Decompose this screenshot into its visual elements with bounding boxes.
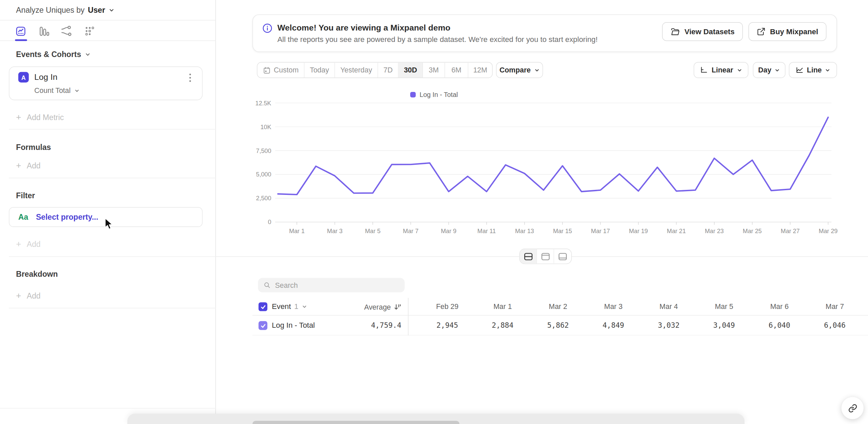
app-root: Analyze Uniques by User xyxy=(0,0,868,424)
range-today[interactable]: Today xyxy=(305,63,335,78)
svg-text:Mar 21: Mar 21 xyxy=(667,228,686,235)
horizontal-scrollbar-thumb[interactable] xyxy=(253,421,460,424)
svg-text:Mar 13: Mar 13 xyxy=(515,228,534,235)
layout-bottom-view-icon[interactable] xyxy=(554,249,571,264)
chevron-down-icon xyxy=(737,67,742,73)
chart-type-button[interactable]: Line xyxy=(789,62,837,78)
buy-mixpanel-button[interactable]: Buy Mixpanel xyxy=(748,22,827,41)
svg-text:Mar 27: Mar 27 xyxy=(781,228,800,235)
scale-button[interactable]: Linear xyxy=(693,62,748,78)
svg-text:Mar 3: Mar 3 xyxy=(327,228,342,235)
external-link-icon xyxy=(757,27,765,36)
range-12m[interactable]: 12M xyxy=(468,63,492,78)
add-filter-button[interactable]: + Add xyxy=(16,239,40,249)
range-30d[interactable]: 30D xyxy=(398,63,423,78)
svg-text:Mar 5: Mar 5 xyxy=(365,228,380,235)
tab-retention[interactable] xyxy=(83,25,97,38)
event-letter-badge: A xyxy=(18,72,29,83)
date-column-header: Mar 1 xyxy=(475,302,530,311)
range-3m[interactable]: 3M xyxy=(423,63,445,78)
event-card-log-in[interactable]: A Log In Count Total xyxy=(9,66,203,100)
chevron-down-icon xyxy=(302,304,308,309)
sidebar: Analyze Uniques by User xyxy=(0,0,216,424)
select-property-link: Select property... xyxy=(36,213,98,221)
range-7d[interactable]: 7D xyxy=(378,63,398,78)
compare-button[interactable]: Compare xyxy=(496,62,543,78)
tab-flows[interactable] xyxy=(60,25,73,38)
analyze-header: Analyze Uniques by User xyxy=(0,0,215,21)
tab-funnels[interactable] xyxy=(37,25,51,38)
filter-select-property[interactable]: Aa Select property... xyxy=(9,207,203,227)
info-icon xyxy=(262,23,272,33)
divider xyxy=(9,129,216,130)
select-all-checkbox[interactable] xyxy=(258,302,267,311)
filter-heading: Filter xyxy=(16,191,35,200)
event-title: Log In xyxy=(34,72,57,82)
funnels-bars-icon xyxy=(38,25,50,37)
range-custom[interactable]: Custom xyxy=(257,63,304,78)
svg-text:Mar 19: Mar 19 xyxy=(629,228,648,235)
search-input[interactable] xyxy=(275,281,399,290)
date-cell-value: 4,849 xyxy=(586,321,641,329)
frozen-column-divider xyxy=(408,298,408,335)
svg-text:12.5K: 12.5K xyxy=(255,100,271,107)
layout-top-view-icon[interactable] xyxy=(537,249,554,264)
table-search xyxy=(258,278,404,293)
view-datasets-button[interactable]: View Datasets xyxy=(662,22,743,41)
range-yesterday[interactable]: Yesterday xyxy=(335,63,378,78)
svg-text:5,000: 5,000 xyxy=(256,172,271,178)
range-6m[interactable]: 6M xyxy=(445,63,468,78)
row-series-name: Log In - Total xyxy=(272,321,315,329)
sort-descending-icon xyxy=(394,303,401,310)
svg-text:2,500: 2,500 xyxy=(256,195,271,202)
svg-text:Mar 23: Mar 23 xyxy=(705,228,723,235)
event-column-header[interactable]: Event 1 xyxy=(272,302,307,311)
interval-button[interactable]: Day xyxy=(753,62,785,78)
date-cell-value: 5,862 xyxy=(530,321,586,329)
analyze-label: Analyze Uniques by xyxy=(16,6,85,14)
line-chart: 02,5005,0007,50010K12.5KMar 1Mar 3Mar 5M… xyxy=(244,83,868,244)
kebab-menu-icon[interactable] xyxy=(185,72,194,83)
date-cell-value: 2,945 xyxy=(420,321,475,329)
date-column-header: Feb 29 xyxy=(420,302,475,311)
calendar-icon xyxy=(262,66,270,74)
svg-text:10K: 10K xyxy=(260,124,271,130)
event-metric-dropdown[interactable]: Count Total xyxy=(34,86,80,95)
svg-text:Mar 1: Mar 1 xyxy=(289,228,305,235)
events-cohorts-heading[interactable]: Events & Cohorts xyxy=(16,50,91,59)
analyze-entity-dropdown[interactable]: User xyxy=(88,6,105,14)
svg-text:7,500: 7,500 xyxy=(256,148,271,154)
date-row-values: 2,9452,8845,8624,8493,0323,0496,0406,046 xyxy=(420,316,862,335)
add-breakdown-button[interactable]: + Add xyxy=(16,291,40,301)
date-cell-value: 2,884 xyxy=(475,321,530,329)
active-tab-underline xyxy=(15,39,27,41)
date-cell-value: 3,032 xyxy=(641,321,696,329)
svg-text:Mar 25: Mar 25 xyxy=(743,228,762,235)
banner-subtitle: All the reports you see are powered by a… xyxy=(277,35,598,44)
copy-link-button[interactable] xyxy=(841,397,864,419)
svg-text:Mar 7: Mar 7 xyxy=(403,228,418,235)
layout-split-view-icon[interactable] xyxy=(520,249,537,264)
date-column-header: Mar 3 xyxy=(586,302,641,311)
add-formula-button[interactable]: + Add xyxy=(16,161,40,171)
divider xyxy=(9,308,216,309)
chevron-down-icon xyxy=(825,67,831,73)
search-icon xyxy=(264,281,271,289)
row-average-value: 4,759.4 xyxy=(327,321,401,329)
folder-icon xyxy=(671,27,680,36)
row-checkbox[interactable] xyxy=(258,321,267,330)
table-row-log-in-total[interactable]: Log In - Total 4,759.4 2,9452,8845,8624,… xyxy=(253,316,868,335)
line-chart-icon xyxy=(795,66,804,74)
date-column-header: Mar 6 xyxy=(752,302,807,311)
tab-insights[interactable] xyxy=(14,25,27,38)
chevron-down-icon xyxy=(775,67,780,73)
link-icon xyxy=(848,403,857,413)
welcome-banner: Welcome! You are viewing a Mixpanel demo… xyxy=(253,14,837,52)
average-column-header[interactable]: Average xyxy=(327,303,401,311)
formulas-heading: Formulas xyxy=(16,143,51,152)
date-cell-value: 3,049 xyxy=(696,321,752,329)
add-metric-button[interactable]: + Add Metric xyxy=(16,112,64,122)
date-cell-value: 6,040 xyxy=(752,321,807,329)
panel-layout-toggle xyxy=(519,248,572,264)
retention-dots-icon xyxy=(84,25,96,37)
